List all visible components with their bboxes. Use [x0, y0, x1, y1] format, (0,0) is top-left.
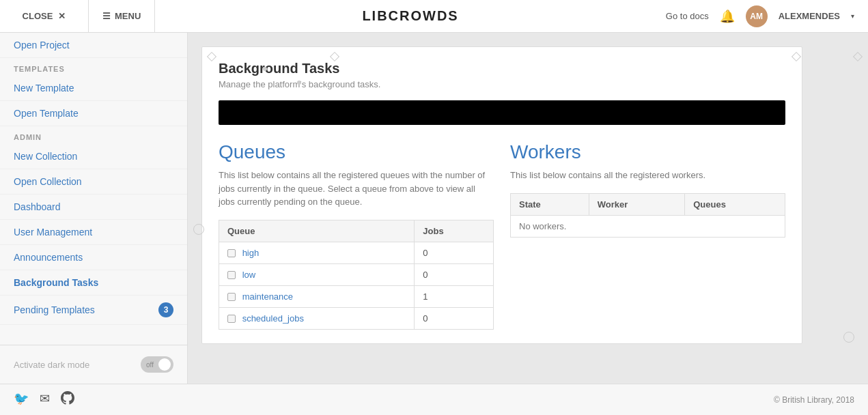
github-icon[interactable]: [61, 391, 74, 408]
queue-jobs-cell: 0: [415, 263, 494, 285]
queue-link[interactable]: low: [242, 270, 256, 280]
dark-mode-label: Activate dark mode: [14, 360, 89, 370]
dark-mode-toggle[interactable]: off: [141, 356, 173, 373]
top-nav: CLOSE ✕ ☰ MENU LIBCROWDS Go to docs 🔔 AM…: [0, 0, 868, 33]
queues-section: Queues This list below contains all the …: [219, 141, 494, 330]
two-col-layout: Queues This list below contains all the …: [219, 141, 785, 330]
sidebar-item-pending-templates[interactable]: Pending Templates 3: [0, 296, 187, 325]
sidebar-item-new-template[interactable]: New Template: [0, 76, 187, 101]
pending-templates-label: Pending Templates: [14, 304, 95, 315]
table-row: maintenance 1: [219, 285, 494, 307]
sidebar-item-new-collection[interactable]: New Collection: [0, 144, 187, 169]
footer-copyright: © British Library, 2018: [774, 395, 854, 405]
queues-col-queue: Queue: [219, 220, 415, 242]
workers-title: Workers: [510, 141, 785, 163]
queue-link[interactable]: scheduled_jobs: [242, 313, 304, 324]
queue-icon: [227, 293, 236, 301]
table-row: scheduled_jobs 0: [219, 307, 494, 329]
workers-col-worker: Worker: [589, 193, 684, 215]
no-workers-text: No workers.: [511, 215, 785, 237]
queue-icon: [227, 315, 236, 323]
sidebar-item-open-project[interactable]: Open Project: [0, 33, 187, 58]
workers-col-state: State: [511, 193, 589, 215]
queue-icon: [227, 271, 236, 279]
sidebar-item-background-tasks[interactable]: Background Tasks: [0, 270, 187, 296]
content-area: Background Tasks Manage the platform's b…: [188, 33, 868, 384]
close-label: CLOSE: [23, 11, 53, 21]
user-name[interactable]: ALEXMENDES: [779, 11, 840, 21]
sidebar-bottom: Activate dark mode off: [0, 345, 187, 384]
queues-table: Queue Jobs high 0 low 0: [219, 220, 494, 330]
queue-icon: [227, 249, 236, 257]
menu-label: MENU: [115, 11, 141, 21]
footer-icons: 🐦 ✉: [14, 391, 74, 408]
queue-name-cell: maintenance: [219, 285, 415, 307]
page-subtitle: Manage the platform's background tasks.: [219, 79, 785, 89]
close-icon: ✕: [58, 11, 66, 21]
queue-name-cell: scheduled_jobs: [219, 307, 415, 329]
workers-section: Workers This list below contains all the…: [510, 141, 785, 330]
queue-jobs-cell: 0: [415, 307, 494, 329]
black-bar: [219, 100, 785, 125]
queues-title: Queues: [219, 141, 494, 163]
queue-link[interactable]: high: [242, 248, 260, 258]
footer: 🐦 ✉ © British Library, 2018: [0, 384, 868, 415]
sidebar-item-open-template[interactable]: Open Template: [0, 101, 187, 126]
queues-col-jobs: Jobs: [415, 220, 494, 242]
page-title: Background Tasks: [219, 61, 785, 76]
user-avatar: AM: [746, 5, 768, 27]
chevron-down-icon[interactable]: ▾: [851, 12, 854, 20]
brand-logo: LIBCROWDS: [155, 8, 666, 24]
queues-desc: This list below contains all the registe…: [219, 169, 494, 209]
queue-link[interactable]: maintenance: [242, 291, 293, 302]
workers-table: State Worker Queues No workers.: [510, 193, 785, 238]
close-button[interactable]: CLOSE ✕: [0, 0, 89, 32]
sidebar-item-announcements[interactable]: Announcements: [0, 245, 187, 270]
sidebar-item-dashboard[interactable]: Dashboard: [0, 195, 187, 220]
pending-templates-badge: 3: [158, 302, 173, 317]
queue-name-cell: low: [219, 263, 415, 285]
table-row: low 0: [219, 263, 494, 285]
sidebar-section-templates: TEMPLATES: [0, 58, 187, 76]
sidebar-item-user-management[interactable]: User Management: [0, 220, 187, 245]
twitter-icon[interactable]: 🐦: [14, 391, 29, 408]
queue-jobs-cell: 1: [415, 285, 494, 307]
top-nav-right: Go to docs 🔔 AM ALEXMENDES ▾: [666, 5, 868, 27]
sidebar: Open Project TEMPLATES New Template Open…: [0, 33, 188, 384]
no-workers-row: No workers.: [511, 215, 785, 237]
menu-button[interactable]: ☰ MENU: [89, 0, 155, 32]
sidebar-section-admin: ADMIN: [0, 126, 187, 144]
background-tasks-card: Background Tasks Manage the platform's b…: [201, 46, 802, 344]
main-layout: Open Project TEMPLATES New Template Open…: [0, 33, 868, 384]
table-row: high 0: [219, 242, 494, 263]
queue-jobs-cell: 0: [415, 242, 494, 263]
queue-name-cell: high: [219, 242, 415, 263]
go-to-docs-link[interactable]: Go to docs: [666, 11, 709, 21]
toggle-knob: [158, 358, 171, 371]
workers-col-queues: Queues: [685, 193, 785, 215]
menu-icon: ☰: [102, 11, 111, 21]
sidebar-item-open-collection[interactable]: Open Collection: [0, 169, 187, 195]
notification-bell-icon[interactable]: 🔔: [720, 9, 735, 24]
workers-desc: This list below contains all the registe…: [510, 169, 785, 182]
toggle-label: off: [146, 361, 154, 369]
email-icon[interactable]: ✉: [40, 391, 50, 408]
